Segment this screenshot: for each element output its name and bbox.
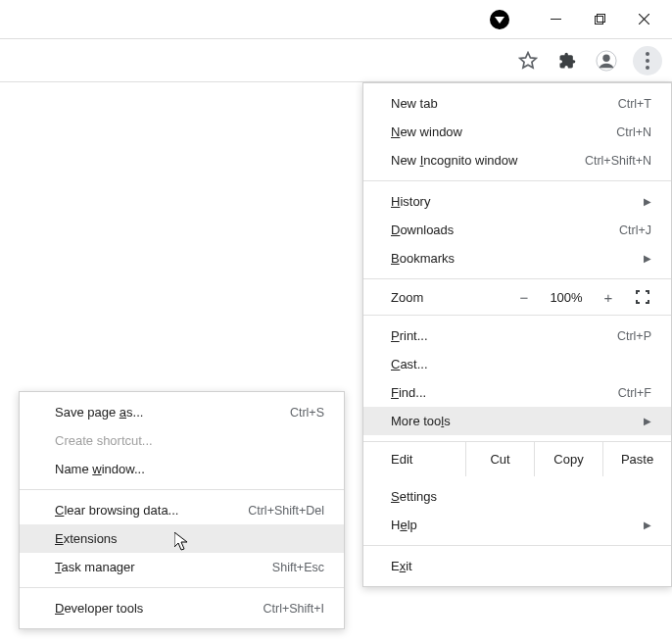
submenu-item-save-page-as[interactable]: Save page as...Ctrl+S: [20, 398, 344, 426]
menu-item-shortcut: Ctrl+S: [290, 406, 324, 420]
svg-point-10: [646, 66, 649, 70]
svg-point-7: [602, 54, 609, 61]
menu-item-bookmarks[interactable]: Bookmarks▶: [363, 244, 671, 272]
menu-item-label: Developer tools: [55, 601, 263, 616]
menu-item-label: More tools: [391, 414, 644, 428]
submenu-arrow-icon: ▶: [644, 196, 651, 207]
submenu-item-task-manager[interactable]: Task managerShift+Esc: [20, 553, 344, 581]
menu-item-settings[interactable]: Settings: [363, 482, 671, 511]
menu-item-label: Exit: [391, 559, 651, 573]
submenu-arrow-icon: ▶: [644, 253, 651, 264]
menu-item-label: Find...: [391, 385, 618, 400]
minimize-button[interactable]: [534, 5, 578, 34]
menu-item-label: Name window...: [55, 462, 324, 476]
menu-item-label: Create shortcut...: [55, 433, 324, 448]
menu-item-label: Extensions: [55, 531, 324, 546]
submenu-item-create-shortcut: Create shortcut...: [20, 426, 344, 455]
menu-item-label: Save page as...: [55, 405, 290, 420]
window-titlebar: [0, 0, 672, 39]
menu-item-help[interactable]: Help▶: [363, 511, 671, 539]
menu-item-exit[interactable]: Exit: [363, 552, 671, 580]
extensions-icon[interactable]: [554, 48, 580, 74]
submenu-item-developer-tools[interactable]: Developer toolsCtrl+Shift+I: [20, 594, 344, 622]
page-state-icon: [490, 10, 509, 29]
menu-item-label: Settings: [391, 489, 651, 504]
menu-item-label: Print...: [391, 328, 617, 343]
cut-button[interactable]: Cut: [465, 442, 534, 476]
menu-item-shortcut: Ctrl+J: [619, 223, 651, 237]
close-button[interactable]: [622, 5, 666, 34]
menu-item-label: Help: [391, 518, 644, 532]
menu-item-label: New window: [391, 124, 616, 139]
submenu-item-name-window[interactable]: Name window...: [20, 455, 344, 483]
menu-item-shortcut: Ctrl+P: [617, 329, 651, 343]
svg-point-9: [646, 59, 649, 63]
menu-item-label: Bookmarks: [391, 251, 644, 266]
menu-zoom-row: Zoom − 100% +: [363, 279, 671, 315]
menu-item-shortcut: Ctrl+Shift+Del: [248, 504, 324, 518]
menu-item-shortcut: Shift+Esc: [272, 561, 324, 574]
svg-marker-0: [495, 17, 504, 24]
profile-avatar-icon[interactable]: [594, 48, 619, 74]
submenu-arrow-icon: ▶: [644, 416, 651, 426]
menu-item-find[interactable]: Find...Ctrl+F: [363, 378, 671, 407]
menu-item-new-window[interactable]: New windowCtrl+N: [363, 118, 671, 146]
zoom-in-button[interactable]: +: [591, 289, 626, 306]
menu-item-cast[interactable]: Cast...: [363, 350, 671, 378]
menu-item-label: Downloads: [391, 223, 619, 237]
fullscreen-icon[interactable]: [626, 290, 659, 304]
menu-item-downloads[interactable]: DownloadsCtrl+J: [363, 216, 671, 244]
menu-item-new-incognito-window[interactable]: New Incognito windowCtrl+Shift+N: [363, 146, 671, 174]
submenu-arrow-icon: ▶: [644, 519, 651, 530]
main-menu-button[interactable]: [633, 46, 662, 75]
menu-item-label: Clear browsing data...: [55, 503, 248, 518]
menu-item-shortcut: Ctrl+N: [616, 125, 651, 139]
menu-item-label: History: [391, 194, 644, 209]
menu-item-label: New Incognito window: [391, 153, 585, 168]
submenu-item-clear-browsing-data[interactable]: Clear browsing data...Ctrl+Shift+Del: [20, 496, 344, 524]
menu-item-print[interactable]: Print...Ctrl+P: [363, 322, 671, 350]
paste-button[interactable]: Paste: [602, 442, 671, 476]
menu-item-shortcut: Ctrl+F: [618, 386, 651, 400]
maximize-button[interactable]: [578, 5, 622, 34]
svg-rect-3: [598, 15, 605, 23]
zoom-value: 100%: [542, 290, 591, 305]
browser-toolbar: [0, 39, 672, 82]
menu-item-shortcut: Ctrl+T: [618, 97, 651, 111]
copy-button[interactable]: Copy: [534, 442, 602, 476]
menu-item-label: Task manager: [55, 560, 272, 574]
main-menu: New tabCtrl+TNew windowCtrl+NNew Incogni…: [362, 82, 672, 587]
menu-item-label: Cast...: [391, 357, 651, 371]
svg-rect-2: [596, 17, 603, 25]
svg-point-8: [646, 52, 649, 56]
bookmark-star-icon[interactable]: [515, 48, 541, 74]
edit-label: Edit: [363, 442, 465, 476]
zoom-out-button[interactable]: −: [506, 289, 542, 306]
menu-edit-row: Edit Cut Copy Paste: [363, 441, 671, 476]
menu-item-more-tools[interactable]: More tools▶: [363, 407, 671, 435]
menu-item-shortcut: Ctrl+Shift+N: [585, 154, 651, 168]
menu-item-label: New tab: [391, 96, 618, 111]
menu-item-history[interactable]: History▶: [363, 187, 671, 216]
submenu-item-extensions[interactable]: Extensions: [20, 524, 344, 553]
menu-item-new-tab[interactable]: New tabCtrl+T: [363, 89, 671, 118]
zoom-label: Zoom: [391, 290, 506, 305]
menu-item-shortcut: Ctrl+Shift+I: [263, 602, 324, 616]
more-tools-submenu: Save page as...Ctrl+SCreate shortcut...N…: [19, 391, 345, 629]
